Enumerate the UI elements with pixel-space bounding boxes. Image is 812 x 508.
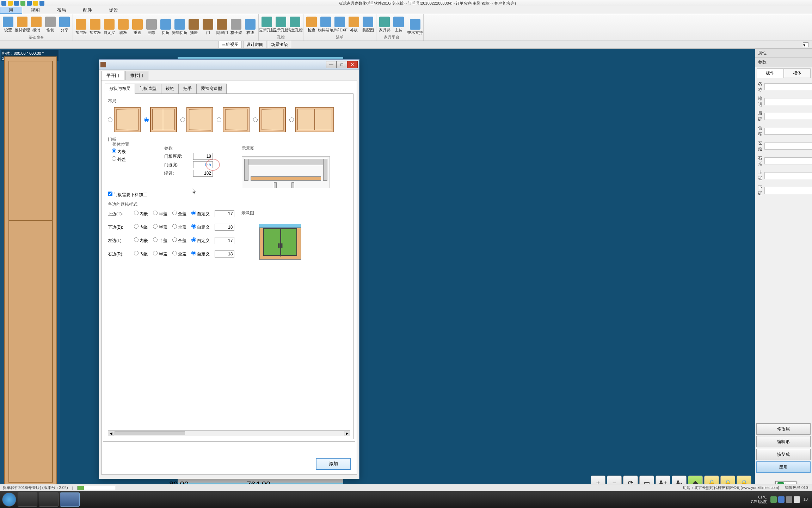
ribbon-btn[interactable]: 补板 [347, 16, 361, 34]
add-button[interactable]: 添加 [316, 458, 351, 470]
layout-radio[interactable] [289, 117, 294, 122]
qat-icon[interactable] [27, 1, 32, 6]
ribbon-btn[interactable]: 检查 [305, 16, 318, 34]
prop-input[interactable] [764, 98, 812, 105]
menu-item[interactable]: 视图 [22, 7, 48, 13]
ribbon-btn-settings[interactable]: 设置 [1, 16, 15, 34]
ribbon-btn[interactable]: 抽屉 [187, 18, 201, 36]
edge-option[interactable]: 内嵌 [134, 211, 148, 217]
edit-shape-button[interactable]: 编辑形 [756, 436, 811, 447]
edge-value-input[interactable] [215, 237, 234, 244]
inner-tab[interactable]: 把手 [179, 84, 196, 94]
start-button[interactable] [2, 492, 16, 507]
layout-thumb[interactable] [223, 107, 250, 132]
view-tab[interactable]: 三维视图 [219, 41, 242, 49]
ribbon-btn[interactable]: 撤销切角 [173, 18, 186, 36]
close-button[interactable]: ✕ [347, 61, 358, 68]
thickness-input[interactable] [193, 153, 213, 160]
prop-input[interactable] [764, 128, 812, 135]
layout-thumb[interactable] [295, 107, 334, 132]
ribbon-btn[interactable]: 上传 [392, 16, 405, 34]
edge-option[interactable]: 全盖 [172, 237, 186, 244]
layout-radio[interactable] [144, 117, 149, 122]
edge-option[interactable]: 自定义 [191, 211, 210, 217]
layout-radio[interactable] [217, 117, 221, 122]
ribbon-btn[interactable]: 清空孔槽 [288, 16, 302, 34]
props-tab[interactable]: 板件 [757, 68, 784, 78]
scroll-right-icon[interactable]: ▶ [344, 431, 350, 436]
layout-radio[interactable] [108, 117, 112, 122]
edge-option[interactable]: 自定义 [191, 251, 210, 257]
ribbon-btn-support[interactable]: 技术支持 [408, 18, 422, 36]
edge-option[interactable]: 自定义 [191, 237, 210, 244]
layout-radio[interactable] [253, 117, 258, 122]
temperature-widget[interactable]: 61℃ CPU温度 [749, 495, 769, 504]
view-tab[interactable]: 设计房间 [243, 41, 266, 49]
ribbon-btn-share[interactable]: 分享 [58, 16, 71, 34]
ribbon-btn-undo[interactable]: 撤消 [30, 16, 43, 34]
pos-option[interactable]: 内嵌 [112, 149, 126, 155]
prop-input[interactable] [764, 113, 812, 120]
layout-radio[interactable] [180, 117, 185, 122]
ribbon-btn[interactable]: 衣通 [244, 18, 257, 36]
edge-option[interactable]: 半盖 [153, 211, 167, 217]
edge-option[interactable]: 半盖 [153, 237, 167, 244]
inner-tab[interactable]: 爱福窝造型 [196, 84, 227, 94]
clock[interactable]: 18 [801, 497, 810, 502]
scroll-left-icon[interactable]: ◀ [108, 431, 114, 436]
prop-input[interactable] [764, 143, 812, 150]
props-tab[interactable]: 柜体 [784, 68, 811, 78]
edge-option[interactable]: 内嵌 [134, 251, 148, 257]
ribbon-btn[interactable]: 自定义 [103, 18, 116, 36]
ribbon-btn[interactable]: 门 [201, 18, 215, 36]
edge-option[interactable]: 自定义 [191, 224, 210, 230]
maximize-button[interactable]: □ [337, 61, 347, 68]
layout-thumb[interactable] [150, 107, 177, 132]
dialog-tab-sliding[interactable]: 推拉门 [125, 71, 148, 80]
menu-item[interactable]: 场景 [100, 7, 127, 13]
edge-value-input[interactable] [215, 250, 234, 258]
taskbar-item[interactable] [60, 492, 80, 507]
inner-tab[interactable]: 铰链 [161, 84, 179, 94]
ribbon-btn[interactable]: 显示孔槽 [274, 16, 288, 34]
ribbon-btn[interactable]: 重置 [131, 18, 144, 36]
qat-icon[interactable] [8, 1, 13, 6]
qat-icon[interactable] [14, 1, 19, 6]
view-tab[interactable]: 场景渲染 [268, 41, 291, 49]
apply-button[interactable]: 应用 [756, 461, 811, 473]
edge-value-input[interactable] [215, 224, 234, 231]
ribbon-btn[interactable]: 更新孔槽 [260, 16, 273, 34]
inner-tab[interactable]: 形状与布局 [105, 84, 135, 94]
edge-option[interactable]: 全盖 [172, 224, 186, 230]
volume-icon[interactable] [794, 496, 800, 503]
edge-option[interactable]: 内嵌 [134, 237, 148, 244]
dropdown-icon[interactable]: ▾ [803, 42, 808, 47]
ribbon-btn[interactable]: 加立板 [88, 18, 102, 36]
inner-tab[interactable]: 门板造型 [135, 84, 161, 94]
edge-option[interactable]: 全盖 [172, 251, 186, 257]
edge-option[interactable]: 半盖 [153, 251, 167, 257]
restore-button[interactable]: 恢复成 [756, 449, 811, 460]
qat-icon[interactable] [33, 1, 38, 6]
tray-icon[interactable] [770, 496, 777, 503]
menu-item[interactable]: 配件 [74, 7, 100, 13]
prop-input[interactable] [764, 172, 812, 179]
ribbon-btn[interactable]: 切角 [159, 18, 172, 36]
ribbon-btn[interactable]: 删除 [145, 18, 158, 36]
dialog-titlebar[interactable]: — □ ✕ [99, 60, 359, 69]
prop-input-name[interactable] [764, 83, 812, 90]
menu-item[interactable]: 用 [0, 7, 22, 14]
ribbon-btn[interactable]: 家具邦 [378, 16, 391, 34]
scroll-thumb[interactable] [115, 431, 185, 435]
tray-icon[interactable] [786, 496, 792, 503]
ribbon-btn[interactable]: 加层板 [74, 18, 88, 36]
qat-icon[interactable] [39, 1, 44, 6]
ribbon-btn-redo[interactable]: 恢复 [44, 16, 57, 34]
minimize-button[interactable]: — [326, 61, 337, 68]
qat-icon[interactable] [20, 1, 25, 6]
layout-thumb[interactable] [186, 107, 213, 132]
horizontal-scrollbar[interactable]: ◀ ▶ [108, 430, 350, 436]
layout-thumb[interactable] [114, 107, 141, 132]
dialog-tab-swing[interactable]: 平开门 [101, 71, 124, 80]
taskbar-item[interactable] [39, 492, 59, 507]
